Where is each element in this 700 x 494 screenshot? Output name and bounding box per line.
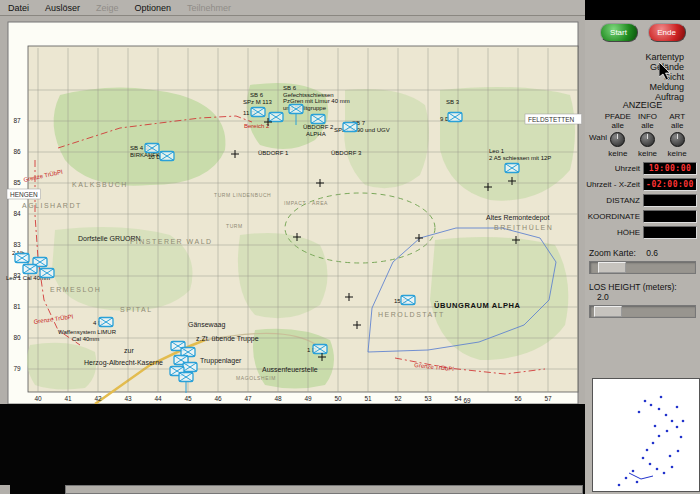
place-label: HENGEN [10,191,38,198]
unit-symbol[interactable] [251,108,265,117]
plot-dot [658,408,661,411]
unit-symbol[interactable] [448,113,462,122]
anzeige-col-pfade: PFADE alle keine [603,112,633,158]
los-slider-thumb[interactable] [594,306,622,317]
place-label: KALKSBUCH [72,181,128,188]
unit-symbol[interactable] [311,115,325,124]
forest-area [238,233,328,318]
plot-dot [671,466,674,469]
anzeige-section: ANZEIGE PFADE alle keine INFO alle keine… [585,100,700,158]
grid-label-y: 80 [13,334,21,341]
menu-item-zeige: Zeige [96,3,119,13]
grid-label-x: 49 [304,395,312,402]
place-label: zur [124,347,134,354]
start-button[interactable]: Start [600,23,638,42]
menu-item-optionen[interactable]: Optionen [135,3,172,13]
pfade-mode: alle [603,121,633,130]
ende-button[interactable]: Ende [648,23,686,42]
grid-label-x: 69 [463,397,471,404]
plot-dot [665,414,668,417]
session-buttons: Start Ende [585,23,700,42]
plot-dot [636,481,639,484]
unit-annotation: Cal 40mm [72,336,99,342]
unit-symbol[interactable] [183,363,197,372]
unit-symbol[interactable] [313,345,327,354]
xzeit-label: Uhrzeit - X-Zeit [586,180,640,189]
los-slider[interactable] [589,305,696,318]
hoehe-row: HÖHE [585,226,700,239]
unit-symbol[interactable] [145,144,159,153]
unit-symbol[interactable] [99,318,113,327]
art-knob[interactable] [670,132,685,147]
plot-dot [676,426,679,429]
grid-label-y: 81 [13,303,21,310]
place-label: IMPACT - AREA [284,200,328,206]
info-knob[interactable] [640,132,655,147]
place-label: Bereich 2 [244,123,270,129]
exercise-note-line: Gefechtsschiessen [283,92,334,98]
plot-dot [632,470,635,473]
menu-item-datei[interactable]: Datei [8,3,29,13]
exercise-note-line: PzGren mit Limur 40 mm [283,98,350,104]
pfade-knob[interactable] [610,132,625,147]
unit-annotation: ÜBDORF 3 [331,150,362,156]
horizontal-scrollbar[interactable] [65,485,583,494]
unit-annotation: 2 A5 schiessen mit 12P [489,155,551,161]
unit-symbol[interactable] [160,152,174,161]
place-label: Herzog-Albrecht-Kaserne [84,359,163,367]
grid-label-x: 41 [64,395,72,402]
unit-annotation: SB 6 [250,92,264,98]
grid-label-x: 56 [514,395,522,402]
info-selection: keine [633,149,663,158]
unit-symbol[interactable] [401,296,415,305]
plot-dot [638,411,641,414]
unit-symbol[interactable] [343,123,357,132]
grid-label-x: 51 [364,395,372,402]
anzeige-col-info: INFO alle keine [633,112,663,158]
hoehe-display [643,226,697,239]
unit-annotation: 10 D [148,154,161,160]
menu-item-teilnehmer: Teilnehmer [187,3,231,13]
plot-dot [671,420,674,423]
plot-dot [669,455,672,458]
overview-plot-canvas [593,379,699,491]
plot-dot [644,400,647,403]
unit-symbol[interactable] [23,265,37,274]
forest-area [430,237,568,360]
unit-annotation: ALPHA [306,131,326,137]
zoom-slider-thumb[interactable] [598,262,626,273]
kartentyp-item-meldung[interactable]: Meldung [645,82,684,92]
los-height-control: LOS HEIGHT (meters): 2.0 [589,282,696,318]
place-label: SPITAL [120,306,153,313]
kartentyp-title: Kartentyp [645,52,684,62]
place-label: Aussenfeuerstelle [262,366,318,373]
unit-annotation: ÜBDORF 1 [258,150,289,156]
art-mode: alle [662,121,692,130]
place-label: AGLISHARDT [22,202,82,209]
topographic-map[interactable]: 4041424344454647484950515253545657698786… [0,16,585,404]
uhrzeit-display: 19:00:00 [643,162,697,175]
plot-dot [646,449,649,452]
grid-label-x: 48 [274,395,282,402]
forest-area [440,87,575,201]
unit-symbol[interactable] [269,113,283,122]
los-value: 2.0 [597,292,609,302]
anzeige-col-art: ART alle keine [662,112,692,158]
unit-symbol[interactable] [40,269,54,278]
uhrzeit-label: Uhrzeit [615,164,640,173]
forest-area [344,89,429,188]
menu-item-ausloeser[interactable]: Auslöser [45,3,80,13]
plot-dot [656,468,659,471]
place-label: ÜBUNGRAUM ALPHA [434,301,521,310]
unit-annotation: SB 3 [446,99,460,105]
place-label: ERMESLOH [50,286,101,293]
grid-label-x: 45 [184,395,192,402]
unit-annotation: Waffensystem LIMUR [58,329,117,335]
zoom-slider[interactable] [589,261,696,274]
grid-label-y: 83 [13,241,21,248]
grid-label-x: 47 [244,395,252,402]
unit-symbol[interactable] [505,164,519,173]
unit-symbol[interactable] [15,254,29,263]
mouse-cursor-icon [659,62,672,81]
art-header: ART [662,112,692,121]
